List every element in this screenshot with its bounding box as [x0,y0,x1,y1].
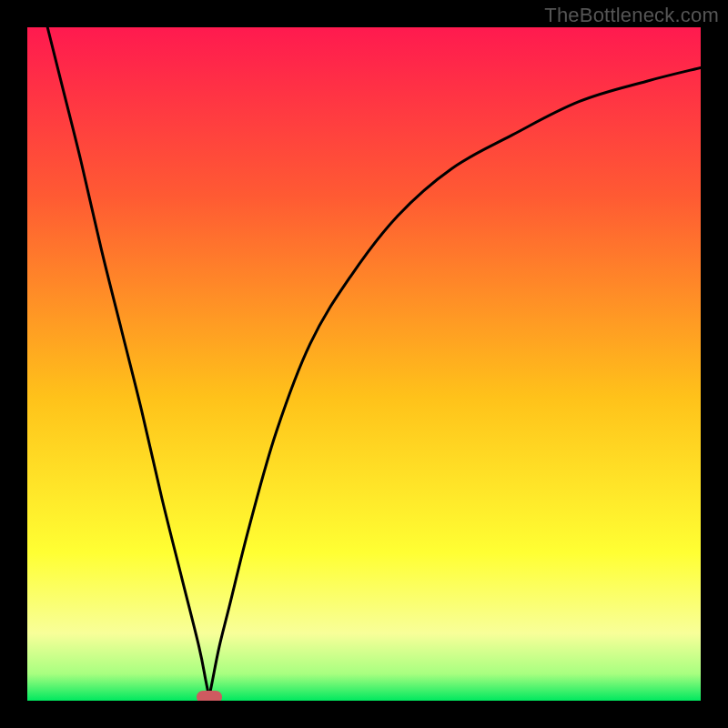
chart-frame: TheBottleneck.com [0,0,728,728]
plot-area [27,27,701,701]
gradient-background [27,27,701,701]
chart-svg [27,27,701,701]
vertex-marker [197,691,222,701]
watermark-text: TheBottleneck.com [544,4,719,27]
